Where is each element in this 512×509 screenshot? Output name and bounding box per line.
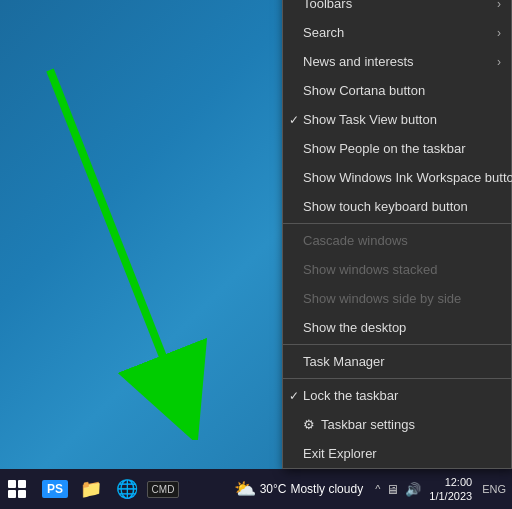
menu-item-label: Show Windows Ink Workspace button (303, 170, 512, 185)
checkmark-icon: ✓ (289, 389, 299, 403)
menu-item-exit-explorer[interactable]: Exit Explorer (283, 439, 511, 468)
tray-chevron-icon[interactable]: ^ (375, 483, 380, 495)
taskbar-right: ⛅ 30°C Mostly cloudy ^ 🖥 🔊 12:00 1/1/202… (226, 469, 512, 509)
submenu-arrow-icon: › (497, 0, 501, 11)
windows-logo-icon (8, 480, 26, 498)
menu-item-show-desktop[interactable]: Show the desktop (283, 313, 511, 342)
language-indicator[interactable]: ENG (476, 483, 506, 495)
menu-item-label: Search (303, 25, 344, 40)
menu-item-cascade-windows: Cascade windows (283, 226, 511, 255)
menu-item-label: Lock the taskbar (303, 388, 398, 403)
menu-item-show-people[interactable]: Show People on the taskbar (283, 134, 511, 163)
menu-separator (283, 223, 511, 224)
checkmark-icon: ✓ (289, 113, 299, 127)
arrow-indicator (20, 60, 220, 440)
submenu-arrow-icon: › (497, 26, 501, 40)
context-menu: Toolbars›Search›News and interests›Show … (282, 0, 512, 469)
weather-widget[interactable]: ⛅ 30°C Mostly cloudy (226, 478, 372, 500)
menu-item-toolbars[interactable]: Toolbars› (283, 0, 511, 18)
menu-item-task-manager[interactable]: Task Manager (283, 347, 511, 376)
menu-item-show-windows-ink[interactable]: Show Windows Ink Workspace button (283, 163, 511, 192)
menu-item-lock-taskbar[interactable]: ✓Lock the taskbar (283, 381, 511, 410)
clock-time: 12:00 (429, 475, 472, 489)
menu-item-search[interactable]: Search› (283, 18, 511, 47)
menu-item-label: Show touch keyboard button (303, 199, 468, 214)
menu-item-label: Exit Explorer (303, 446, 377, 461)
tray-volume-icon[interactable]: 🔊 (405, 482, 421, 497)
clock-date: 1/1/2023 (429, 489, 472, 503)
menu-item-label: News and interests (303, 54, 414, 69)
menu-item-label: Cascade windows (303, 233, 408, 248)
menu-item-news-and-interests[interactable]: News and interests› (283, 47, 511, 76)
weather-desc: Mostly cloudy (290, 482, 363, 496)
weather-icon: ⛅ (234, 478, 256, 500)
menu-item-label: Show windows stacked (303, 262, 437, 277)
menu-item-label: Task Manager (303, 354, 385, 369)
menu-item-taskbar-settings[interactable]: ⚙Taskbar settings (283, 410, 511, 439)
menu-item-label: Show windows side by side (303, 291, 461, 306)
menu-separator (283, 378, 511, 379)
taskbar-cmd-icon[interactable]: CMD (146, 470, 180, 508)
menu-item-show-cortana[interactable]: Show Cortana button (283, 76, 511, 105)
taskbar: PS 📁 🌐 CMD ⛅ 30°C Mostly cloudy ^ 🖥 🔊 (0, 469, 512, 509)
menu-separator (283, 344, 511, 345)
menu-item-show-touch-keyboard[interactable]: Show touch keyboard button (283, 192, 511, 221)
tray-network-icon[interactable]: 🖥 (386, 482, 399, 497)
menu-item-label: Show the desktop (303, 320, 406, 335)
menu-item-label: Show Task View button (303, 112, 437, 127)
taskbar-chrome-icon[interactable]: 🌐 (110, 470, 144, 508)
menu-item-show-side-by-side: Show windows side by side (283, 284, 511, 313)
weather-temp: 30°C (260, 482, 287, 496)
desktop: Toolbars›Search›News and interests›Show … (0, 0, 512, 509)
system-clock[interactable]: 12:00 1/1/2023 (425, 475, 472, 504)
menu-item-label: Show Cortana button (303, 83, 425, 98)
submenu-arrow-icon: › (497, 55, 501, 69)
system-tray-icons[interactable]: ^ 🖥 🔊 (375, 482, 421, 497)
menu-item-label: Toolbars (303, 0, 352, 11)
menu-item-label: Taskbar settings (321, 417, 415, 432)
taskbar-terminal-icon[interactable]: PS (38, 470, 72, 508)
start-button[interactable] (0, 470, 34, 508)
menu-item-show-stacked: Show windows stacked (283, 255, 511, 284)
taskbar-apps: PS 📁 🌐 CMD (34, 470, 180, 508)
menu-item-label: Show People on the taskbar (303, 141, 466, 156)
gear-icon: ⚙ (303, 417, 315, 432)
menu-item-show-task-view[interactable]: ✓Show Task View button (283, 105, 511, 134)
taskbar-explorer-icon[interactable]: 📁 (74, 470, 108, 508)
